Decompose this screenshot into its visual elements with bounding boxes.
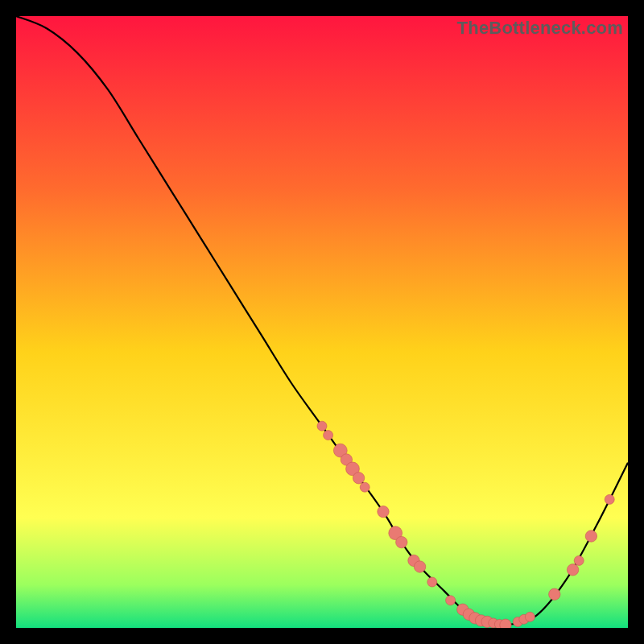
data-point	[585, 530, 597, 542]
data-point	[378, 506, 389, 517]
chart-frame: TheBottleneck.com	[16, 16, 628, 628]
data-point	[353, 473, 364, 484]
data-point	[360, 482, 369, 492]
data-point	[414, 561, 425, 572]
data-point	[549, 588, 560, 600]
data-point	[500, 619, 511, 628]
data-point	[427, 577, 437, 587]
data-point	[574, 555, 584, 565]
data-point	[567, 564, 578, 576]
data-point	[525, 612, 535, 621]
data-point	[317, 421, 327, 431]
data-point	[605, 494, 614, 504]
data-point	[446, 596, 456, 605]
data-point	[396, 536, 407, 547]
data-point	[324, 431, 333, 440]
gradient-background	[16, 16, 628, 628]
watermark-text: TheBottleneck.com	[457, 18, 623, 39]
chart-svg	[16, 16, 628, 628]
